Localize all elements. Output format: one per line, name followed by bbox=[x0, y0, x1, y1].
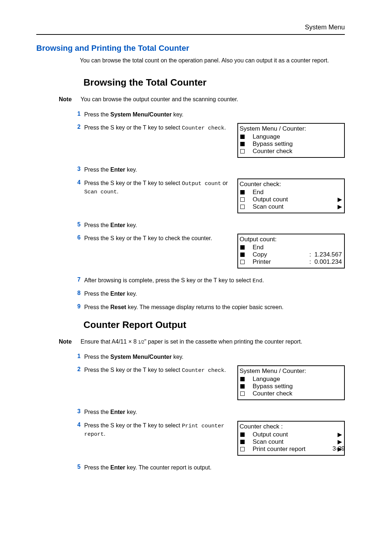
header-right-label: System Menu bbox=[36, 24, 345, 31]
step-bold: System Menu/Counter bbox=[110, 354, 172, 360]
step-text: key. The counter report is output. bbox=[125, 464, 212, 471]
lcd-row: Printer bbox=[248, 258, 309, 266]
cursor-icon bbox=[240, 149, 245, 153]
step-number: 8 bbox=[73, 290, 81, 296]
step-bold: Enter bbox=[110, 222, 125, 228]
lcd-row: End bbox=[248, 244, 342, 251]
step-bold: Enter bbox=[110, 291, 125, 297]
step-text: . bbox=[117, 188, 118, 194]
step-number: 2 bbox=[73, 366, 81, 373]
step-text: Press the bbox=[84, 222, 110, 228]
step-text: Press the S key or the T key to check th… bbox=[84, 234, 237, 242]
step-number: 6 bbox=[73, 234, 81, 241]
step-4: 4 Press the S key or the T key to select… bbox=[73, 179, 345, 213]
step-number: 5 bbox=[73, 464, 81, 470]
lcd-counter-check: Counter check : Output count▶ Scan count… bbox=[237, 421, 345, 456]
step-bold: System Menu/Counter bbox=[110, 111, 172, 118]
lcd-value: : 1.234.567 bbox=[309, 251, 342, 258]
step-text: key. bbox=[172, 354, 184, 360]
step-bold: Enter bbox=[110, 464, 125, 471]
step-text: . bbox=[224, 367, 226, 373]
step-text: key. bbox=[125, 409, 137, 415]
step-text: Press the bbox=[84, 111, 110, 118]
step-text: . bbox=[104, 431, 105, 437]
step-text: Press the S key or the T key to select bbox=[84, 422, 182, 428]
lcd-value: : 0.001.234 bbox=[309, 258, 342, 266]
note-row: Note You can browse the output counter a… bbox=[59, 96, 345, 103]
step-text: key. bbox=[172, 111, 184, 118]
step-8: 8 Press the Enter key. bbox=[73, 290, 345, 298]
intro-text: You can browse the total count on the op… bbox=[80, 57, 345, 64]
cursor-icon bbox=[240, 135, 245, 139]
cursor-icon bbox=[240, 432, 245, 437]
subsection-heading: Browsing the Total Counter bbox=[83, 77, 345, 88]
lcd-row: Scan count bbox=[248, 203, 337, 210]
arrow-right-icon: ▶ bbox=[337, 438, 342, 445]
lcd-title: Counter check: bbox=[240, 181, 342, 188]
note-text: You can browse the output counter and th… bbox=[81, 96, 345, 103]
lcd-title: System Menu / Counter: bbox=[240, 368, 342, 375]
step-number: 2 bbox=[73, 124, 81, 130]
step-text: Press the bbox=[84, 304, 110, 310]
step-5: 5 Press the Enter key. bbox=[73, 221, 345, 229]
cursor-icon bbox=[240, 190, 245, 194]
step-text: . bbox=[224, 124, 226, 131]
page-number: 3-29 bbox=[332, 445, 345, 452]
step-7: 7 After browsing is complete, press the … bbox=[73, 276, 345, 285]
step-number: 9 bbox=[73, 303, 81, 310]
lcd-title: System Menu / Counter: bbox=[240, 125, 342, 132]
step-3: 3 Press the Enter key. bbox=[73, 408, 345, 416]
step-2: 2 Press the S key or the T key to select… bbox=[73, 366, 345, 400]
step-1: 1 Press the System Menu/Counter key. bbox=[73, 353, 345, 361]
note-text-part: Ensure that A4/11 × 8 bbox=[81, 338, 138, 345]
arrow-right-icon: ▶ bbox=[337, 431, 342, 438]
step-5: 5 Press the Enter key. The counter repor… bbox=[73, 464, 345, 472]
cursor-icon bbox=[240, 391, 245, 396]
top-rule bbox=[36, 34, 345, 35]
step-text: Press the bbox=[84, 464, 110, 471]
step-2: 2 Press the S key or the T key to select… bbox=[73, 124, 345, 158]
cursor-icon bbox=[240, 377, 245, 381]
cursor-icon bbox=[240, 245, 245, 250]
step-bold: Reset bbox=[110, 304, 126, 310]
step-mono: Scan count bbox=[84, 189, 117, 195]
note-text-part: " paper is set in the cassette when prin… bbox=[144, 338, 302, 345]
step-text: Press the S key or the T key to select bbox=[84, 180, 182, 186]
cursor-icon bbox=[240, 447, 245, 451]
arrow-right-icon: ▶ bbox=[337, 196, 342, 203]
step-text: After browsing is complete, press the S … bbox=[84, 277, 253, 283]
lcd-row: Bypass setting bbox=[248, 140, 342, 148]
step-number: 5 bbox=[73, 221, 81, 228]
cursor-icon bbox=[240, 197, 245, 202]
lcd-title: Counter check : bbox=[240, 423, 342, 430]
lcd-row: Print counter report bbox=[248, 446, 337, 453]
step-9: 9 Press the Reset key. The message displ… bbox=[73, 303, 345, 311]
lcd-title: Output count: bbox=[240, 236, 342, 243]
step-mono: Counter check bbox=[182, 368, 224, 374]
arrow-right-icon: ▶ bbox=[337, 203, 342, 210]
step-number: 4 bbox=[73, 422, 81, 428]
step-text: Press the S key or the T key to select bbox=[84, 367, 182, 373]
step-mono: Output count bbox=[182, 181, 221, 187]
cursor-icon bbox=[240, 384, 245, 389]
cursor-icon bbox=[240, 205, 245, 209]
step-number: 7 bbox=[73, 276, 81, 283]
lcd-row: Language bbox=[248, 133, 342, 140]
lcd-system-menu: System Menu / Counter: Language Bypass s… bbox=[237, 365, 345, 400]
step-text: Press the S key or the T key to select bbox=[84, 124, 182, 131]
lcd-row: Copy bbox=[248, 251, 309, 258]
step-1: 1 Press the System Menu/Counter key. bbox=[73, 111, 345, 119]
step-text: Press the bbox=[84, 409, 110, 415]
step-number: 4 bbox=[73, 179, 81, 186]
step-text: key. bbox=[125, 291, 137, 297]
lcd-row: Bypass setting bbox=[248, 383, 342, 390]
lcd-row: Language bbox=[248, 376, 342, 383]
lcd-row: Scan count bbox=[248, 438, 337, 446]
lcd-row: Output count bbox=[248, 431, 337, 438]
cursor-icon bbox=[240, 253, 245, 257]
step-text: key. bbox=[125, 167, 137, 173]
note-sub: 1/2 bbox=[138, 340, 144, 345]
lcd-row: Counter check bbox=[248, 148, 342, 155]
page: System Menu Browsing and Printing the To… bbox=[0, 0, 392, 554]
lcd-row: Output count bbox=[248, 196, 337, 203]
